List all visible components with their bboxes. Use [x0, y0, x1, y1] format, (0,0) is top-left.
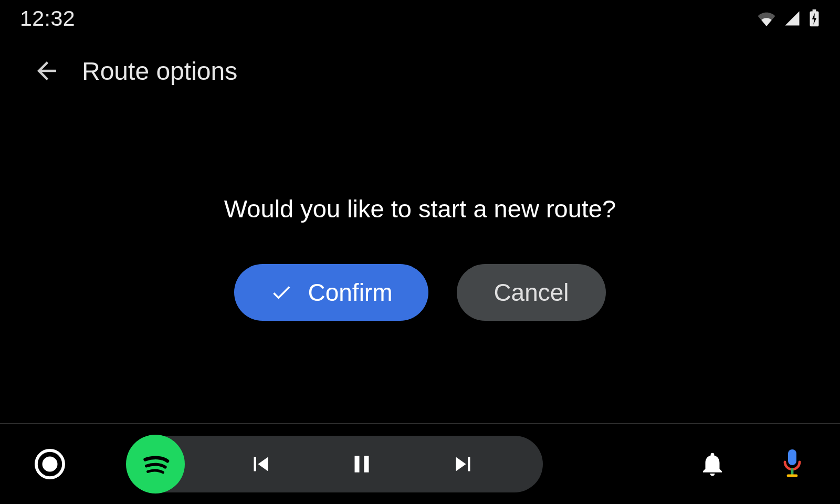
svg-point-3	[43, 457, 58, 472]
screen-header: Route options	[0, 50, 840, 92]
svg-rect-1	[813, 9, 816, 12]
status-bar: 12:32	[0, 0, 840, 37]
dialog-content: Would you like to start a new route? Con…	[0, 194, 840, 321]
cancel-label: Cancel	[494, 278, 569, 307]
confirm-button[interactable]: Confirm	[234, 264, 428, 321]
back-button[interactable]	[33, 57, 61, 85]
dialog-prompt: Would you like to start a new route?	[224, 194, 616, 223]
wifi-icon	[757, 10, 776, 26]
cancel-button[interactable]: Cancel	[457, 264, 606, 321]
confirm-label: Confirm	[308, 278, 392, 307]
svg-rect-4	[788, 449, 796, 465]
skip-previous-button[interactable]	[240, 443, 282, 485]
home-button[interactable]	[35, 449, 65, 479]
media-control-bar	[128, 436, 543, 492]
notifications-button[interactable]	[698, 450, 727, 478]
battery-charging-icon	[808, 9, 820, 27]
spotify-icon[interactable]	[126, 435, 185, 494]
dialog-buttons: Confirm Cancel	[234, 264, 606, 321]
check-icon	[270, 281, 293, 304]
status-icons	[757, 9, 820, 27]
bottom-bar	[0, 424, 840, 504]
page-title: Route options	[82, 57, 237, 86]
cell-signal-icon	[783, 10, 801, 26]
status-clock: 12:32	[20, 6, 75, 31]
pause-button[interactable]	[341, 443, 383, 485]
skip-next-button[interactable]	[442, 443, 484, 485]
voice-assistant-button[interactable]	[779, 448, 805, 480]
